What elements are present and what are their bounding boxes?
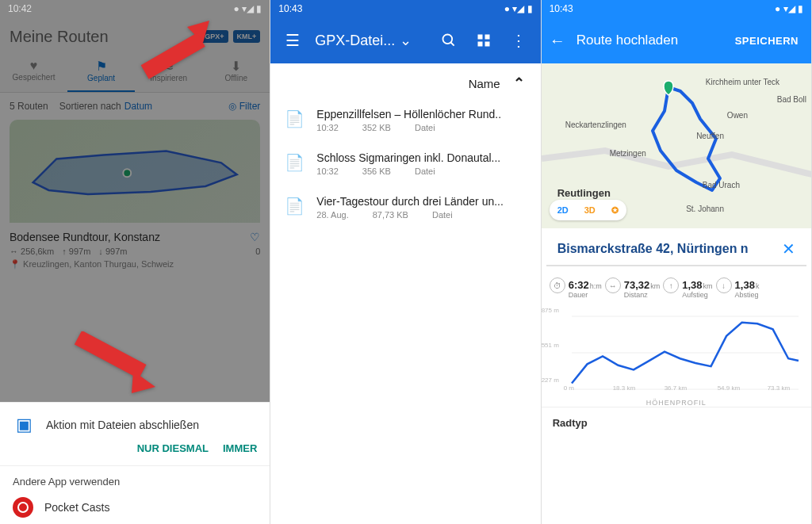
ascent-icon: ↑ [663,277,679,293]
status-bar: 10:43 ● ▾◢ ▮ [542,0,811,17]
panel-filepicker: 10:43 ● ▾◢ ▮ ☰ GPX-Datei... ⌄ ⋮ Name ⌃ 📄… [270,0,541,524]
page-title: Route hochladen [576,33,735,48]
svg-rect-10 [485,42,489,47]
always-button[interactable]: IMMER [223,442,257,454]
svg-rect-4 [75,331,147,379]
more-icon[interactable]: ⋮ [503,25,534,56]
panel-routes: 10:42 ● ▾◢ ▮ Meine Routen GPX+ KML+ ♥Ges… [0,0,270,524]
clock-icon: ⏱ [550,277,565,293]
file-list: 📄 Eppenzillfelsen – Höllenlöcher Rund.. … [270,98,540,229]
status-icons: ● ▾◢ ▮ [233,3,262,14]
annotation-arrow-1 [124,21,211,92]
radtyp-section[interactable]: Radtyp [542,407,811,438]
route-map[interactable]: Kirchheim unter Teck Neckartenzlingen Me… [542,63,811,228]
app-option-pocketcasts[interactable]: Pocket Casts [13,497,257,518]
folder-icon: ▣ [13,414,35,436]
map-2d3d-toggle[interactable]: 2D 3D ✪ [550,200,626,220]
badge-icon: ✪ [603,205,626,216]
file-name: Schloss Sigmaringen inkl. Donautal... [316,151,526,164]
annotation-arrow-2 [62,331,157,403]
svg-rect-7 [477,35,482,40]
grid-view-icon[interactable] [468,25,500,56]
sheet-title: Aktion mit Dateien abschließen [46,419,199,431]
file-row[interactable]: 📄 Schloss Sigmaringen inkl. Donautal... … [277,142,534,186]
panel-upload-route: 10:43 ● ▾◢ ▮ ← Route hochladen SPEICHERN… [542,0,812,524]
file-row[interactable]: 📄 Eppenzillfelsen – Höllenlöcher Rund.. … [277,98,534,142]
chart-axis-label: HÖHENPROFIL [550,399,803,407]
status-icons: ● ▾◢ ▮ [504,3,533,14]
search-icon[interactable] [433,25,465,56]
stat-ascent: ↑ 1,38kmAufstieg [663,277,712,299]
file-meta: 10:32356 KBDatei [316,166,526,176]
pocketcasts-icon [13,497,33,518]
file-meta: 10:32352 KBDatei [316,123,526,132]
chevron-up-icon: ⌃ [513,75,525,92]
elevation-chart[interactable]: 875 m 551 m 227 m 0 m 18.3 km 36.7 km 54… [542,304,811,407]
stat-distance: ↔ 73,32kmDistanz [605,277,661,299]
chevron-down-icon: ⌄ [400,32,412,49]
distance-icon: ↔ [605,277,621,293]
just-once-button[interactable]: NUR DIESMAL [137,442,209,454]
stat-descent: ↓ 1,38kAbstieg [716,277,760,299]
sort-column: Name [469,77,500,90]
file-icon: 📄 [285,197,302,216]
stat-duration: ⏱ 6:32h:mDauer [550,277,602,299]
other-app-label: Andere App verwenden [13,476,257,488]
status-icons: ● ▾◢ ▮ [775,3,803,14]
folder-title[interactable]: GPX-Datei... ⌄ [312,32,429,49]
menu-icon[interactable]: ☰ [277,25,308,56]
file-icon: 📄 [285,153,302,172]
sort-header[interactable]: Name ⌃ [270,63,540,98]
status-time: 10:43 [278,3,302,14]
route-address[interactable]: Bismarckstraße 42, Nürtingen n [557,242,776,256]
file-name: Vier-Tagestour durch drei Länder un... [316,195,526,208]
svg-line-6 [450,43,454,46]
status-time: 10:43 [550,3,573,14]
action-sheet: ▣ Aktion mit Dateien abschließen NUR DIE… [0,402,270,524]
svg-rect-8 [485,35,489,40]
svg-rect-2 [141,33,205,78]
back-icon[interactable]: ← [550,32,576,50]
route-stats: ⏱ 6:32h:mDauer ↔ 73,32kmDistanz ↑ 1,38km… [542,266,811,304]
file-name: Eppenzillfelsen – Höllenlöcher Rund.. [316,108,526,120]
status-time: 10:42 [8,3,32,14]
file-meta: 28. Aug.87,73 KBDatei [316,210,526,220]
save-button[interactable]: SPEICHERN [735,35,803,47]
status-bar: 10:42 ● ▾◢ ▮ [0,0,270,17]
file-icon: 📄 [285,109,302,128]
status-bar: 10:43 ● ▾◢ ▮ [270,0,540,17]
svg-point-5 [442,35,452,44]
descent-icon: ↓ [716,277,732,293]
close-icon[interactable]: ✕ [782,239,795,258]
file-row[interactable]: 📄 Vier-Tagestour durch drei Länder un...… [277,186,534,229]
route-address-row: Bismarckstraße 42, Nürtingen n ✕ [546,228,806,266]
svg-rect-9 [477,42,482,47]
